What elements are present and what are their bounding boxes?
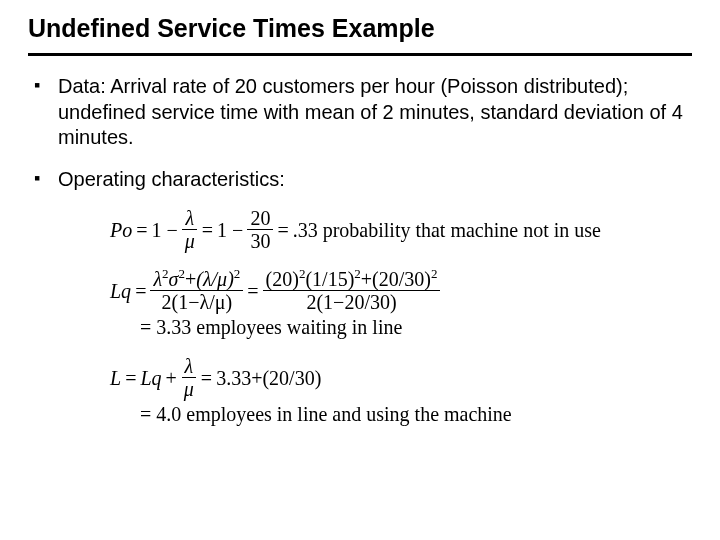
- lq-result-text: = 3.33 employees waiting in line: [140, 316, 402, 338]
- one-minus: 1 −: [217, 219, 243, 241]
- equation-l-result: = 4.0 employees in line and using the ma…: [108, 403, 692, 425]
- eq-sign: =: [125, 367, 136, 389]
- slide: Undefined Service Times Example Data: Ar…: [0, 0, 720, 425]
- term-1-15: (1/15): [305, 268, 354, 290]
- equation-po: Po = 1 − λ μ = 1 − 20 30 = .33 probabili…: [108, 208, 692, 251]
- equations-block: Po = 1 − λ μ = 1 − 20 30 = .33 probabili…: [108, 208, 692, 425]
- num-20: 20: [247, 208, 273, 230]
- lq-in-l: Lq: [140, 367, 161, 389]
- lq-den-numeric: 2(1−20/30): [303, 291, 399, 312]
- eq-sign: =: [136, 219, 147, 241]
- lambda-over-mu: (λ/μ): [196, 268, 234, 290]
- one-minus: 1 −: [152, 219, 178, 241]
- bullet-data: Data: Arrival rate of 20 customers per h…: [32, 74, 692, 151]
- eq-sign: =: [277, 219, 288, 241]
- frac-20-30: 20 30: [247, 208, 273, 251]
- frac-lambda-mu-2: λ μ: [181, 356, 197, 399]
- equation-lq: Lq = λ2σ2+(λ/μ)2 2(1−λ/μ) = (20)2(1/15)2…: [108, 269, 692, 312]
- lq-num-symbolic: λ2σ2+(λ/μ)2: [150, 269, 243, 291]
- lq-frac-numeric: (20)2(1/15)2+(20/30)2 2(1−20/30): [263, 269, 441, 312]
- lambda: λ: [182, 208, 197, 230]
- plus: +: [185, 268, 196, 290]
- mu: μ: [182, 230, 198, 251]
- l-result-text: = 4.0 employees in line and using the ma…: [140, 403, 512, 425]
- bullet-list: Data: Arrival rate of 20 customers per h…: [28, 74, 692, 192]
- frac-lambda-mu: λ μ: [182, 208, 198, 251]
- slide-title: Undefined Service Times Example: [28, 14, 692, 43]
- eq-sign: =: [247, 280, 258, 302]
- plus: +: [361, 268, 372, 290]
- lambda: λ: [153, 268, 162, 290]
- eq-sign: =: [201, 367, 212, 389]
- equation-lq-result: = 3.33 employees waiting in line: [108, 316, 692, 338]
- lq-symbol: Lq: [110, 280, 131, 302]
- mu: μ: [181, 378, 197, 399]
- sup-2: 2: [431, 267, 438, 282]
- eq-sign: =: [202, 219, 213, 241]
- title-divider: [28, 53, 692, 56]
- den-30: 30: [247, 230, 273, 251]
- bullet-opchar: Operating characteristics:: [32, 167, 692, 193]
- equation-l: L = Lq + λ μ = 3.33+(20/30): [108, 356, 692, 399]
- sigma: σ: [169, 268, 179, 290]
- term-20: (20): [266, 268, 299, 290]
- term-20-30: (20/30): [372, 268, 431, 290]
- lambda: λ: [182, 356, 197, 378]
- po-symbol: Po: [110, 219, 132, 241]
- po-result: .33 probability that machine not in use: [293, 219, 601, 241]
- l-symbol: L: [110, 367, 121, 389]
- eq-sign: =: [135, 280, 146, 302]
- lq-frac-symbolic: λ2σ2+(λ/μ)2 2(1−λ/μ): [150, 269, 243, 312]
- lq-num-numeric: (20)2(1/15)2+(20/30)2: [263, 269, 441, 291]
- plus: +: [166, 367, 177, 389]
- sup-2: 2: [234, 267, 241, 282]
- lq-den-symbolic: 2(1−λ/μ): [159, 291, 236, 312]
- l-numeric: 3.33+(20/30): [216, 367, 321, 389]
